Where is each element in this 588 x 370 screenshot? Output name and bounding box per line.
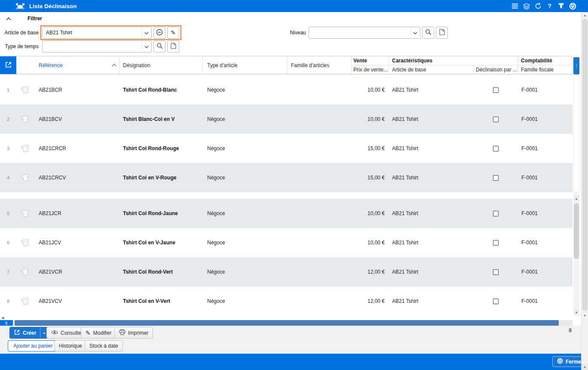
search-type-de-temps-button[interactable] bbox=[153, 40, 165, 52]
layers-icon[interactable] bbox=[521, 0, 532, 12]
cell-prix-de-vente: 10,00 € bbox=[352, 240, 389, 246]
history-button[interactable]: Historique bbox=[54, 340, 87, 352]
cell-declinaison-par bbox=[474, 117, 518, 122]
declinaison-checkbox[interactable] bbox=[493, 299, 499, 304]
combo-separator bbox=[410, 29, 411, 37]
column-header-prix-de-vente[interactable]: Prix de vente... bbox=[352, 65, 389, 74]
cell-reference: AB21JCR bbox=[34, 210, 119, 216]
new-type-de-temps-button[interactable] bbox=[167, 40, 179, 52]
cell-famille-fiscale: F-0001 bbox=[518, 175, 573, 181]
search-niveau-button[interactable] bbox=[422, 27, 434, 39]
cell-article-de-base: AB21 Tshirt bbox=[389, 240, 474, 246]
declinaison-checkbox[interactable] bbox=[493, 146, 499, 151]
stock-a-date-button[interactable]: Stock à date bbox=[85, 340, 123, 352]
table-row[interactable]: 3 AB21CRCR Tshirt Col Rond-Rouge Négoce … bbox=[0, 134, 573, 163]
declinaison-checkbox[interactable] bbox=[493, 117, 499, 122]
row-number: 4 bbox=[0, 175, 16, 180]
horizontal-scroll-strip: ◀ bbox=[0, 315, 573, 320]
tshirt-icon bbox=[20, 86, 31, 94]
type-de-temps-combobox[interactable] bbox=[42, 40, 152, 52]
cell-article-de-base: AB21 Tshirt bbox=[389, 116, 474, 122]
page-scrollbar-thumb[interactable] bbox=[582, 19, 588, 311]
column-header-reference[interactable]: Référence bbox=[34, 56, 119, 74]
cell-reference: AB21CRCV bbox=[34, 175, 119, 181]
cell-type-article: Négoce bbox=[203, 210, 287, 216]
cell-designation: Tshirt Col Rond-Rouge bbox=[119, 145, 203, 151]
clear-article-button[interactable] bbox=[153, 27, 165, 39]
cell-reference: AB21VCR bbox=[34, 269, 119, 275]
menu-icon[interactable] bbox=[509, 0, 521, 12]
cell-prix-de-vente: 12,00 € bbox=[352, 269, 389, 275]
consult-button-label: Consulter bbox=[61, 330, 83, 336]
group-header-caracteristiques: Caractéristiques bbox=[389, 56, 518, 65]
declinaison-checkbox[interactable] bbox=[493, 175, 499, 181]
column-header-famille-fiscale[interactable]: Famille fiscale bbox=[518, 65, 572, 74]
scroll-down-arrow-icon[interactable]: ▼ bbox=[582, 312, 588, 318]
table-rows-group-1: 1 AB21BCR Tshirt Col Rond-Blanc Négoce 1… bbox=[0, 75, 573, 192]
power-icon[interactable] bbox=[567, 0, 579, 12]
edit-article-button[interactable]: ✎ bbox=[167, 27, 179, 39]
cell-article-de-base: AB21 Tshirt bbox=[389, 269, 474, 275]
document-icon bbox=[439, 29, 445, 37]
refresh-icon[interactable] bbox=[532, 0, 544, 12]
scroll-up-arrow-icon[interactable]: ▲ bbox=[573, 195, 579, 201]
scrollbar-thumb[interactable] bbox=[574, 203, 579, 259]
column-header-designation[interactable]: Désignation bbox=[119, 56, 203, 74]
cell-type-article: Négoce bbox=[203, 269, 287, 275]
new-niveau-button[interactable] bbox=[436, 27, 448, 39]
modify-button[interactable]: ✎ Modifier bbox=[81, 327, 116, 339]
filter-section-title: Filtrer bbox=[28, 15, 42, 22]
tshirt-icon bbox=[20, 174, 31, 182]
table-row[interactable]: 4 AB21CRCV Tshirt Col en V-Rouge Négoce … bbox=[0, 163, 573, 192]
declinaison-checkbox[interactable] bbox=[493, 269, 499, 275]
scroll-down-arrow-icon[interactable]: ▼ bbox=[573, 309, 579, 315]
print-button[interactable]: Imprimer bbox=[114, 327, 153, 339]
cell-designation: Tshirt Col Rond-Jaune bbox=[119, 210, 203, 216]
titlebar: Liste Déclinaison ? bbox=[0, 0, 588, 12]
table-row[interactable]: 2 AB21BCV Tshirt Blanc-Col en V Négoce 1… bbox=[0, 105, 573, 134]
column-group-comptabilite: Comptabilité Famille fiscale bbox=[518, 56, 573, 74]
sum-sigma-icon[interactable]: Σ bbox=[0, 320, 13, 326]
table-row[interactable]: 5 AB21JCR Tshirt Col Rond-Jaune Négoce 1… bbox=[0, 199, 573, 228]
create-button-label: Créer bbox=[23, 330, 36, 336]
help-icon[interactable]: ? bbox=[544, 0, 555, 12]
table-row[interactable]: 1 AB21BCR Tshirt Col Rond-Blanc Négoce 1… bbox=[0, 75, 573, 105]
scroll-up-arrow-icon[interactable]: ▲ bbox=[582, 12, 588, 18]
declinaison-checkbox[interactable] bbox=[493, 211, 499, 216]
article-image-cell bbox=[16, 86, 34, 94]
add-to-cart-button[interactable]: Ajouter au panier bbox=[8, 340, 58, 352]
collapse-filter-chevron-icon[interactable] bbox=[5, 16, 12, 22]
scroll-left-arrow-icon[interactable]: ◀ bbox=[1, 316, 4, 320]
niveau-combobox[interactable] bbox=[309, 27, 420, 39]
cell-reference: AB21BCV bbox=[34, 116, 119, 122]
column-header-type-article[interactable]: Type d'article bbox=[203, 56, 287, 74]
column-header-declinaison-par[interactable]: Déclinaison par ... bbox=[474, 65, 518, 74]
horizontal-scrollbar-thumb[interactable] bbox=[15, 320, 559, 326]
print-button-label: Imprimer bbox=[128, 330, 148, 336]
scrollbar-thumb[interactable] bbox=[573, 75, 579, 192]
stock-a-date-label: Stock à date bbox=[89, 343, 118, 349]
bottom-bar bbox=[0, 354, 581, 370]
table-row[interactable]: 7 AB21VCR Tshirt Col Rond-Vert Négoce 12… bbox=[0, 257, 573, 287]
cell-declinaison-par bbox=[474, 269, 518, 275]
declinaison-checkbox[interactable] bbox=[493, 87, 499, 93]
table-row[interactable]: 8 AB21VCV Tshirt Col en V-Vert Négoce 12… bbox=[0, 287, 573, 316]
record-action-column-header[interactable] bbox=[0, 56, 16, 74]
tshirt-icon bbox=[20, 268, 31, 276]
horizontal-scrollbar-track[interactable] bbox=[13, 320, 573, 326]
cell-type-article: Négoce bbox=[203, 175, 287, 181]
create-button[interactable]: Créer ▴ bbox=[9, 327, 48, 339]
scroll-down-arrow-icon[interactable]: ▼ bbox=[582, 364, 588, 370]
cell-famille-fiscale: F-0001 bbox=[518, 145, 573, 151]
column-header-famille-articles[interactable]: Famille d'articles bbox=[287, 56, 352, 74]
table-row[interactable]: 6 AB21JCV Tshirt Col en V-Jaune Négoce 1… bbox=[0, 228, 573, 257]
article-image-cell bbox=[16, 239, 34, 247]
column-header-article-de-base[interactable]: Article de base bbox=[389, 65, 474, 74]
group-header-vente: Vente bbox=[352, 56, 389, 65]
table-options-button[interactable]: ⋮ bbox=[573, 57, 579, 74]
cell-prix-de-vente: 10,00 € bbox=[352, 116, 389, 122]
filter-funnel-icon[interactable] bbox=[555, 0, 567, 12]
declinaison-checkbox[interactable] bbox=[493, 240, 499, 246]
article-de-base-combobox[interactable]: AB21 Tshirt bbox=[42, 27, 152, 39]
tshirt-icon bbox=[20, 145, 31, 152]
